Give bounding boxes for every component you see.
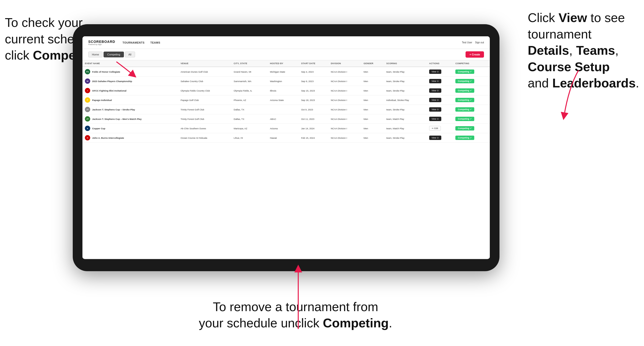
col-start-date: START DATE <box>299 60 328 67</box>
view-button[interactable]: View ⊙ <box>429 107 441 112</box>
col-hosted-by: HOSTED BY <box>268 60 299 67</box>
tab-competing[interactable]: Competing <box>104 52 124 57</box>
logo-text: SCOREBOARD <box>88 40 115 44</box>
annotation-line1: To check your <box>5 15 83 29</box>
col-scoring: SCORING <box>384 60 426 67</box>
competing-cell: Competing ✓ <box>453 76 490 86</box>
col-competing: COMPETING <box>453 60 490 67</box>
scoreboard-logo: SCOREBOARD Powered by clippi <box>88 40 115 45</box>
actions-cell: View ⊙ <box>427 86 453 95</box>
event-name-cell: P Papago Individual <box>82 95 178 105</box>
view-button[interactable]: View ⊙ <box>429 98 441 102</box>
competing-button[interactable]: Competing ✓ <box>455 88 474 93</box>
table-row: A Copper Cup Ak-Chin Southern DunesMaric… <box>82 124 490 133</box>
competing-cell: Competing ✓ <box>453 67 490 76</box>
table-row: JT Jackson T. Stephens Cup – Men's Match… <box>82 114 490 124</box>
competing-cell: Competing ✓ <box>453 124 490 133</box>
arrow-to-view-button <box>544 68 584 128</box>
competing-button[interactable]: Competing ✓ <box>455 126 474 131</box>
view-button[interactable]: View ⊙ <box>429 69 441 74</box>
competing-cell: Competing ✓ <box>453 95 490 105</box>
table-row: JT Jackson T. Stephens Cup – Stroke Play… <box>82 105 490 114</box>
nav-teams[interactable]: TEAMS <box>150 41 160 44</box>
nav-bar: SCOREBOARD Powered by clippi TOURNAMENTS… <box>82 36 490 49</box>
actions-cell: View ⊙ <box>427 133 453 143</box>
col-actions: ACTIONS <box>427 60 453 67</box>
nav-user: Test User <box>462 41 472 44</box>
view-button[interactable]: View ⊙ <box>429 117 441 121</box>
actions-cell: View ⊙ <box>427 67 453 76</box>
competing-cell: Competing ✓ <box>453 105 490 114</box>
tab-all[interactable]: All <box>125 52 135 57</box>
arrow-to-bottom-competing <box>291 264 306 332</box>
competing-button[interactable]: Competing ✓ <box>455 107 474 112</box>
col-venue: VENUE <box>178 60 231 67</box>
nav-signout[interactable]: Sign out <box>475 41 484 44</box>
arrow-to-competing-tab <box>97 59 146 84</box>
actions-cell: View ⊙ <box>427 95 453 105</box>
nav-tournaments[interactable]: TOURNAMENTS <box>122 41 144 44</box>
tab-home[interactable]: Home <box>88 52 102 57</box>
competing-button[interactable]: Competing ✓ <box>455 69 474 74</box>
col-city: CITY, STATE <box>231 60 268 67</box>
competing-button[interactable]: Competing ✓ <box>455 117 474 121</box>
edit-button[interactable]: ✏ Edit <box>429 126 441 131</box>
event-name-cell: JT Jackson T. Stephens Cup – Stroke Play <box>82 105 178 114</box>
nav-right: Test User Sign out <box>462 41 484 44</box>
col-division: DIVISION <box>328 60 361 67</box>
actions-cell: View ⊙ <box>427 76 453 86</box>
nav-links: TOURNAMENTS TEAMS <box>122 41 455 44</box>
competing-button[interactable]: Competing ✓ <box>455 136 474 140</box>
table-row: H John A. Burns Intercollegiate Ocean Co… <box>82 133 490 143</box>
event-name-cell: I OFCC Fighting Illini Invitational <box>82 86 178 95</box>
create-button[interactable]: + Create <box>466 51 484 58</box>
table-row: I OFCC Fighting Illini Invitational Olym… <box>82 86 490 95</box>
view-button[interactable]: View ⊙ <box>429 136 441 140</box>
table-container: EVENT NAME VENUE CITY, STATE HOSTED BY S… <box>82 60 490 258</box>
toolbar: Home Competing All + Create <box>82 49 490 60</box>
actions-cell: View ⊙ <box>427 114 453 124</box>
toolbar-tabs: Home Competing All <box>88 52 135 57</box>
table-row: P Papago Individual Papago Golf ClubPhoe… <box>82 95 490 105</box>
competing-cell: Competing ✓ <box>453 114 490 124</box>
event-name-cell: JT Jackson T. Stephens Cup – Men's Match… <box>82 114 178 124</box>
event-name-cell: A Copper Cup <box>82 124 178 133</box>
actions-cell: ✏ Edit <box>427 124 453 133</box>
actions-cell: View ⊙ <box>427 105 453 114</box>
competing-button[interactable]: Competing ✓ <box>455 98 474 102</box>
competing-cell: Competing ✓ <box>453 133 490 143</box>
view-button[interactable]: View ⊙ <box>429 79 441 83</box>
view-button[interactable]: View ⊙ <box>429 88 441 93</box>
logo-subtitle: Powered by clippi <box>88 44 115 45</box>
event-name-cell: H John A. Burns Intercollegiate <box>82 133 178 143</box>
col-gender: GENDER <box>361 60 384 67</box>
competing-cell: Competing ✓ <box>453 86 490 95</box>
competing-button[interactable]: Competing ✓ <box>455 79 474 83</box>
